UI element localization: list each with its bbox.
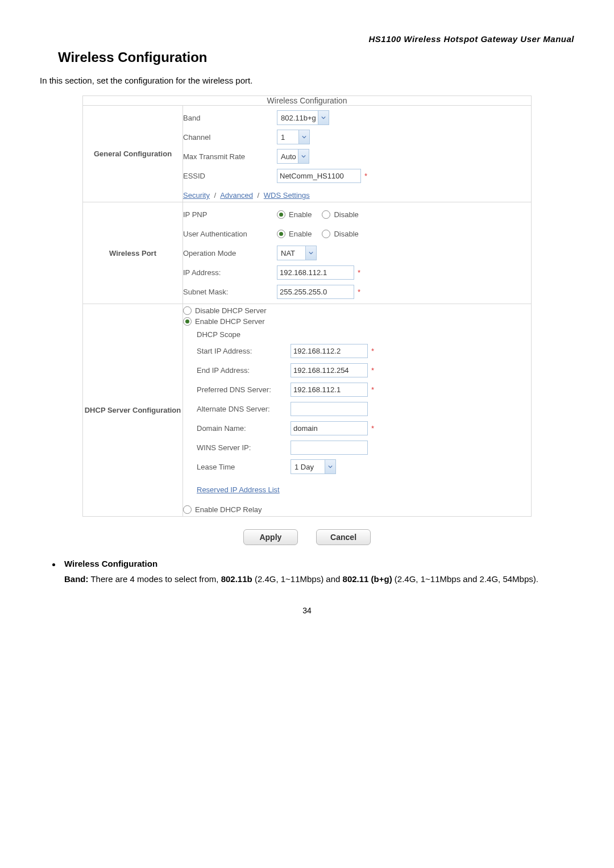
button-row: Apply Cancel	[40, 529, 574, 545]
endip-label: End IP Address:	[197, 366, 291, 375]
startip-label: Start IP Address:	[197, 347, 291, 355]
chevron-down-icon	[325, 460, 335, 474]
cancel-button[interactable]: Cancel	[316, 529, 371, 545]
essid-input[interactable]	[277, 169, 361, 183]
subnet-input[interactable]	[277, 285, 354, 299]
required-mark: *	[371, 347, 374, 355]
section-dhcp-label: DHCP Server Configuration	[83, 304, 183, 517]
desc-heading: Wireless Configuration	[64, 559, 157, 568]
dhcp-disable-label: Disable DHCP Server	[195, 306, 266, 315]
channel-select[interactable]: 1	[277, 130, 310, 144]
intro-text: In this section, set the configuration f…	[40, 76, 574, 85]
subnet-label: Subnet Mask:	[183, 288, 277, 296]
bullet-icon	[52, 563, 55, 566]
lease-label: Lease Time	[197, 463, 291, 471]
dhcp-disable-radio[interactable]	[183, 306, 192, 315]
security-link[interactable]: Security	[183, 191, 210, 200]
link-sep: /	[214, 191, 217, 200]
band-value: 802.11b+g	[281, 114, 316, 122]
disable-label: Disable	[334, 210, 358, 219]
essid-label: ESSID	[183, 172, 277, 180]
band-label: Band	[183, 114, 277, 122]
apply-button[interactable]: Apply	[243, 529, 298, 545]
dhcp-scope-label: DHCP Scope	[197, 330, 531, 339]
rate-select[interactable]: Auto	[277, 149, 309, 164]
chevron-down-icon	[298, 149, 309, 163]
ippnp-label: IP PNP	[183, 210, 277, 219]
lease-value: 1 Day	[294, 463, 314, 471]
wins-label: WINS Server IP:	[197, 443, 291, 452]
desc-body: Band: There are 4 modes to select from, …	[64, 572, 574, 587]
chevron-down-icon	[318, 111, 329, 124]
opmode-label: Operation Mode	[183, 249, 277, 258]
endip-input[interactable]	[291, 363, 368, 377]
adns-label: Alternate DNS Server:	[197, 405, 291, 413]
pdns-input[interactable]	[291, 383, 368, 397]
domain-input[interactable]	[291, 421, 368, 435]
general-links: Security / Advanced / WDS Settings	[183, 191, 531, 200]
section-general-fields: Band 802.11b+g Channel 1 Max Transmit Ra…	[183, 106, 532, 202]
disable-label: Disable	[334, 230, 358, 238]
link-sep: /	[258, 191, 260, 200]
advanced-link[interactable]: Advanced	[220, 191, 253, 200]
description-section: Wireless Configuration Band: There are 4…	[40, 559, 574, 587]
section-wport-fields: IP PNP Enable Disable User Authenticatio…	[183, 202, 532, 304]
dhcp-enable-radio[interactable]	[183, 317, 192, 326]
required-mark: *	[371, 424, 374, 433]
page-number: 34	[40, 606, 574, 615]
band-text-1: There are 4 modes to select from,	[89, 574, 221, 584]
required-mark: *	[358, 288, 360, 296]
wds-link[interactable]: WDS Settings	[264, 191, 310, 200]
ippnp-disable-radio[interactable]	[322, 210, 330, 219]
required-mark: *	[358, 268, 360, 277]
wireless-config-table: Wireless Configuration General Configura…	[82, 95, 532, 517]
section-general-label: General Configuration	[83, 106, 183, 202]
wins-input[interactable]	[291, 441, 368, 455]
chevron-down-icon	[305, 246, 316, 260]
section-dhcp-fields: Disable DHCP Server Enable DHCP Server D…	[183, 304, 532, 517]
userauth-enable-radio[interactable]	[277, 230, 285, 238]
userauth-label: User Authentication	[183, 230, 277, 238]
ipaddr-label: IP Address:	[183, 268, 277, 277]
pdns-label: Preferred DNS Server:	[197, 385, 291, 394]
band-select[interactable]: 802.11b+g	[277, 110, 329, 125]
band-bg: 802.11 (b+g)	[343, 574, 392, 584]
channel-label: Channel	[183, 133, 277, 142]
required-mark: *	[364, 172, 367, 180]
chevron-down-icon	[298, 130, 309, 144]
required-mark: *	[371, 385, 374, 394]
section-wport-label: Wireless Port	[83, 202, 183, 304]
dhcp-relay-radio[interactable]	[183, 505, 192, 514]
adns-input[interactable]	[291, 402, 368, 416]
channel-value: 1	[281, 133, 285, 142]
dhcp-enable-label: Enable DHCP Server	[195, 317, 265, 326]
opmode-select[interactable]: NAT	[277, 246, 317, 260]
rate-label: Max Transmit Rate	[183, 152, 277, 161]
enable-label: Enable	[289, 210, 312, 219]
band-text-2: (2.4G, 1~11Mbps) and	[252, 574, 343, 584]
lease-select[interactable]: 1 Day	[291, 459, 336, 474]
manual-title: HS1100 Wireless Hotspot Gateway User Man…	[40, 34, 574, 44]
required-mark: *	[371, 366, 374, 375]
band-b: 802.11b	[221, 574, 252, 584]
dhcp-relay-label: Enable DHCP Relay	[195, 505, 262, 514]
domain-label: Domain Name:	[197, 424, 291, 433]
band-key: Band:	[64, 574, 89, 584]
reserved-ip-link[interactable]: Reserved IP Address List	[197, 485, 280, 494]
userauth-disable-radio[interactable]	[322, 230, 330, 238]
enable-label: Enable	[289, 230, 312, 238]
page-title: Wireless Configuration	[58, 49, 574, 65]
startip-input[interactable]	[291, 344, 368, 358]
ippnp-enable-radio[interactable]	[277, 210, 285, 219]
rate-value: Auto	[281, 152, 296, 161]
ipaddr-input[interactable]	[277, 265, 354, 280]
opmode-value: NAT	[281, 249, 295, 258]
table-caption: Wireless Configuration	[83, 96, 532, 106]
band-text-3: (2.4G, 1~11Mbps and 2.4G, 54Mbps).	[392, 574, 538, 584]
